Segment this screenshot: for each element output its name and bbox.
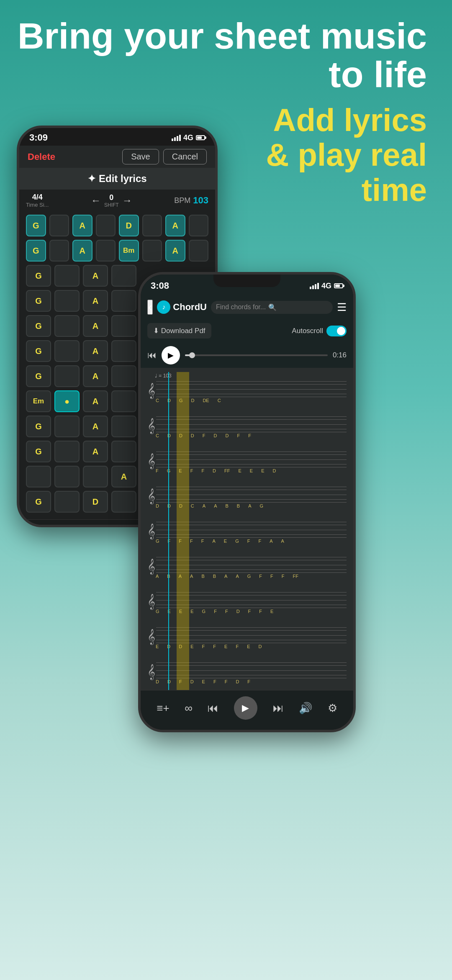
search-placeholder: Find chords for... [216, 303, 266, 311]
chord-cell-active[interactable]: ● [54, 390, 80, 412]
sheet-music-container: ♩ = 103 𝄞 CDGDDEC [147, 372, 347, 690]
phone-front-screen: 3:08 4G ‹ ♪ ChordU [141, 275, 353, 730]
chord-cell[interactable]: A [165, 215, 185, 236]
chord-cell[interactable] [54, 441, 80, 462]
logo-text: ChordU [173, 302, 207, 313]
volume-icon[interactable]: 🔊 [299, 702, 312, 715]
chord-cell[interactable] [96, 240, 116, 262]
chord-cell[interactable] [111, 441, 136, 462]
chord-cell[interactable] [54, 466, 80, 487]
loop-icon[interactable]: ∞ [185, 702, 193, 715]
clef-icon: 𝄞 [147, 665, 155, 678]
chord-cell[interactable] [54, 265, 80, 287]
phone-notch [213, 275, 280, 287]
back-button[interactable]: ‹ [147, 300, 153, 315]
clef-icon: 𝄞 [147, 454, 155, 467]
hero-subtitle: Add lyrics & play real time [0, 103, 427, 208]
chordu-header: ‹ ♪ ChordU Find chords for... 🔍 ☰ [141, 295, 353, 319]
signal-icon [310, 283, 319, 289]
chord-cell[interactable] [111, 315, 136, 337]
progress-bar[interactable] [185, 354, 328, 356]
chord-cell[interactable] [83, 466, 108, 487]
chord-cell[interactable]: G [26, 441, 51, 462]
chord-cell[interactable]: Bm [119, 240, 139, 262]
chord-cell[interactable]: Em [26, 390, 51, 412]
chord-cell[interactable] [189, 215, 209, 236]
clef-icon: 𝄞 [147, 384, 155, 397]
network-label-front: 4G [321, 282, 331, 290]
chord-cell[interactable]: D [119, 215, 139, 236]
playhead [168, 372, 169, 690]
chord-cell[interactable]: D [83, 491, 108, 513]
chord-cell[interactable]: A [83, 365, 108, 387]
play-button[interactable]: ▶ [162, 346, 180, 364]
chord-cell[interactable] [142, 215, 162, 236]
chord-cell[interactable] [111, 340, 136, 362]
chord-cell[interactable]: G [26, 290, 51, 312]
chord-cell[interactable]: A [83, 290, 108, 312]
chord-cell[interactable] [111, 290, 136, 312]
chord-cell[interactable]: A [111, 466, 136, 487]
logo-icon: ♪ [157, 300, 170, 314]
phone-front: 3:08 4G ‹ ♪ ChordU [138, 272, 356, 732]
download-bar: ⬇ Download Pdf Autoscroll [141, 319, 353, 343]
clef-icon: 𝄞 [147, 595, 155, 608]
equalizer-icon[interactable]: ⚙ [328, 702, 337, 715]
chord-cell[interactable]: G [26, 215, 46, 236]
chord-cell[interactable]: G [26, 365, 51, 387]
menu-icon[interactable]: ☰ [337, 301, 347, 314]
chord-cell[interactable] [111, 416, 136, 437]
chord-cell[interactable]: G [26, 315, 51, 337]
chord-cell[interactable] [54, 365, 80, 387]
chordu-logo: ♪ ChordU [157, 300, 207, 314]
fast-forward-icon[interactable]: ⏭ [273, 702, 284, 715]
clef-icon: 𝄞 [147, 489, 155, 503]
chord-cell[interactable]: A [72, 240, 92, 262]
chord-cell[interactable]: A [165, 240, 185, 262]
chord-cell[interactable]: A [83, 416, 108, 437]
chord-cell[interactable] [111, 365, 136, 387]
chord-cell[interactable]: G [26, 340, 51, 362]
autoscroll-label: Autoscroll [292, 327, 323, 335]
chord-cell[interactable] [54, 340, 80, 362]
hero-section: Bring your sheet music to life Add lyric… [0, 17, 427, 208]
chord-cell[interactable] [111, 265, 136, 287]
chord-row: G A Bm A [26, 240, 208, 262]
chord-cell[interactable]: A [83, 390, 108, 412]
chord-row: G A D A [26, 215, 208, 236]
autoscroll-control: Autoscroll [292, 326, 347, 336]
chord-cell[interactable] [189, 240, 209, 262]
chord-cell[interactable]: A [83, 315, 108, 337]
download-pdf-button[interactable]: ⬇ Download Pdf [147, 323, 211, 339]
chord-cell[interactable] [26, 466, 51, 487]
chord-cell[interactable] [111, 390, 136, 412]
chord-cell[interactable] [142, 240, 162, 262]
autoscroll-toggle[interactable] [326, 326, 347, 336]
chord-cell[interactable]: G [26, 416, 51, 437]
bottom-player-bar: ≡+ ∞ ⏮ ▶ ⏭ 🔊 ⚙ [141, 690, 353, 730]
skip-back-button[interactable]: ⏮ [147, 350, 157, 361]
chord-cell[interactable] [96, 215, 116, 236]
chord-cell[interactable]: G [26, 265, 51, 287]
play-button-bottom[interactable]: ▶ [234, 696, 257, 720]
chord-cell[interactable] [54, 315, 80, 337]
rewind-icon[interactable]: ⏮ [208, 702, 218, 715]
chord-cell[interactable] [49, 215, 69, 236]
add-section-icon[interactable]: ≡+ [157, 702, 169, 715]
chord-cell[interactable] [111, 491, 136, 513]
player-bar: ⏮ ▶ 0:16 [141, 343, 353, 368]
chord-cell[interactable] [49, 240, 69, 262]
chord-cell[interactable]: A [83, 340, 108, 362]
chord-cell[interactable]: G [26, 491, 51, 513]
clef-icon: 𝄞 [147, 630, 155, 643]
chord-cell[interactable]: A [83, 441, 108, 462]
chord-cell[interactable]: A [83, 265, 108, 287]
clef-icon: 𝄞 [147, 524, 155, 538]
chord-cell[interactable] [54, 290, 80, 312]
chord-cell[interactable]: G [26, 240, 46, 262]
search-box[interactable]: Find chords for... 🔍 [211, 301, 333, 314]
clef-icon: 𝄞 [147, 419, 155, 432]
chord-cell[interactable]: A [72, 215, 92, 236]
chord-cell[interactable] [54, 491, 80, 513]
chord-cell[interactable] [54, 416, 80, 437]
